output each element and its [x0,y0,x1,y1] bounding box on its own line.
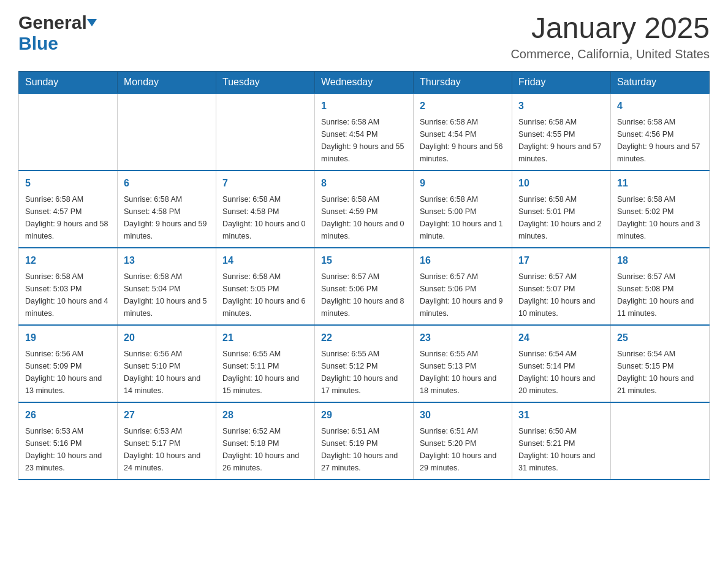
day-info: Sunrise: 6:55 AM Sunset: 5:12 PM Dayligh… [321,348,407,397]
calendar-cell: 12Sunrise: 6:58 AM Sunset: 5:03 PM Dayli… [19,248,118,325]
calendar-header-friday: Friday [512,71,611,93]
calendar-cell: 2Sunrise: 6:58 AM Sunset: 4:54 PM Daylig… [414,93,512,170]
calendar-cell: 4Sunrise: 6:58 AM Sunset: 4:56 PM Daylig… [611,93,710,170]
day-number: 19 [25,331,111,345]
calendar-cell: 20Sunrise: 6:56 AM Sunset: 5:10 PM Dayli… [118,325,216,402]
day-number: 20 [124,331,210,345]
calendar-cell: 25Sunrise: 6:54 AM Sunset: 5:15 PM Dayli… [611,325,710,402]
day-info: Sunrise: 6:52 AM Sunset: 5:18 PM Dayligh… [222,425,308,474]
calendar-cell: 13Sunrise: 6:58 AM Sunset: 5:04 PM Dayli… [118,248,216,325]
title-section: January 2025 Commerce, California, Unite… [510,12,710,61]
day-number: 6 [124,176,210,191]
calendar-cell: 31Sunrise: 6:50 AM Sunset: 5:21 PM Dayli… [512,402,611,480]
day-number: 5 [25,176,111,191]
day-number: 13 [124,253,210,268]
day-number: 8 [321,176,407,191]
calendar-cell: 9Sunrise: 6:58 AM Sunset: 5:00 PM Daylig… [414,170,512,248]
calendar-week-row: 1Sunrise: 6:58 AM Sunset: 4:54 PM Daylig… [19,93,710,170]
day-info: Sunrise: 6:57 AM Sunset: 5:06 PM Dayligh… [420,270,506,320]
calendar-cell: 11Sunrise: 6:58 AM Sunset: 5:02 PM Dayli… [611,170,710,248]
day-info: Sunrise: 6:58 AM Sunset: 4:54 PM Dayligh… [420,116,506,165]
day-number: 10 [518,176,604,191]
day-number: 16 [420,253,506,268]
day-info: Sunrise: 6:51 AM Sunset: 5:19 PM Dayligh… [321,425,407,474]
day-number: 14 [222,253,308,268]
day-number: 21 [222,331,308,345]
calendar-cell: 30Sunrise: 6:51 AM Sunset: 5:20 PM Dayli… [414,402,512,480]
calendar-cell [118,93,216,170]
calendar-cell: 19Sunrise: 6:56 AM Sunset: 5:09 PM Dayli… [19,325,118,402]
day-info: Sunrise: 6:55 AM Sunset: 5:13 PM Dayligh… [420,348,506,397]
day-info: Sunrise: 6:58 AM Sunset: 5:03 PM Dayligh… [25,270,111,320]
day-number: 29 [321,408,407,423]
calendar-cell: 8Sunrise: 6:58 AM Sunset: 4:59 PM Daylig… [315,170,414,248]
day-info: Sunrise: 6:58 AM Sunset: 5:02 PM Dayligh… [617,193,703,242]
day-info: Sunrise: 6:53 AM Sunset: 5:17 PM Dayligh… [124,425,210,474]
day-number: 15 [321,253,407,268]
calendar-cell: 18Sunrise: 6:57 AM Sunset: 5:08 PM Dayli… [611,248,710,325]
day-number: 25 [617,331,703,345]
calendar-cell [19,93,118,170]
calendar-header-thursday: Thursday [414,71,512,93]
calendar-cell: 27Sunrise: 6:53 AM Sunset: 5:17 PM Dayli… [118,402,216,480]
calendar-cell: 29Sunrise: 6:51 AM Sunset: 5:19 PM Dayli… [315,402,414,480]
day-number: 24 [518,331,604,345]
day-number: 31 [518,408,604,423]
calendar-cell: 10Sunrise: 6:58 AM Sunset: 5:01 PM Dayli… [512,170,611,248]
calendar-week-row: 19Sunrise: 6:56 AM Sunset: 5:09 PM Dayli… [19,325,710,402]
logo-general-text: General [18,12,87,33]
month-title: January 2025 [510,12,710,45]
day-info: Sunrise: 6:58 AM Sunset: 4:56 PM Dayligh… [617,116,703,165]
day-info: Sunrise: 6:50 AM Sunset: 5:21 PM Dayligh… [518,425,604,474]
calendar-cell: 21Sunrise: 6:55 AM Sunset: 5:11 PM Dayli… [216,325,315,402]
day-number: 22 [321,331,407,345]
calendar-cell: 23Sunrise: 6:55 AM Sunset: 5:13 PM Dayli… [414,325,512,402]
day-info: Sunrise: 6:54 AM Sunset: 5:15 PM Dayligh… [617,348,703,397]
day-info: Sunrise: 6:51 AM Sunset: 5:20 PM Dayligh… [420,425,506,474]
calendar-week-row: 5Sunrise: 6:58 AM Sunset: 4:57 PM Daylig… [19,170,710,248]
calendar-cell: 15Sunrise: 6:57 AM Sunset: 5:06 PM Dayli… [315,248,414,325]
calendar-header-wednesday: Wednesday [315,71,414,93]
day-number: 4 [617,99,703,113]
day-info: Sunrise: 6:58 AM Sunset: 5:05 PM Dayligh… [222,270,308,320]
calendar-cell: 24Sunrise: 6:54 AM Sunset: 5:14 PM Dayli… [512,325,611,402]
calendar-cell: 3Sunrise: 6:58 AM Sunset: 4:55 PM Daylig… [512,93,611,170]
day-number: 1 [321,99,407,113]
day-info: Sunrise: 6:56 AM Sunset: 5:09 PM Dayligh… [25,348,111,397]
day-number: 18 [617,253,703,268]
calendar-header-row: SundayMondayTuesdayWednesdayThursdayFrid… [19,71,710,93]
day-number: 12 [25,253,111,268]
day-info: Sunrise: 6:57 AM Sunset: 5:07 PM Dayligh… [518,270,604,320]
day-info: Sunrise: 6:58 AM Sunset: 5:00 PM Dayligh… [420,193,506,242]
day-info: Sunrise: 6:58 AM Sunset: 4:54 PM Dayligh… [321,116,407,165]
day-number: 11 [617,176,703,191]
day-number: 17 [518,253,604,268]
day-info: Sunrise: 6:53 AM Sunset: 5:16 PM Dayligh… [25,425,111,474]
calendar-week-row: 12Sunrise: 6:58 AM Sunset: 5:03 PM Dayli… [19,248,710,325]
calendar-cell: 5Sunrise: 6:58 AM Sunset: 4:57 PM Daylig… [19,170,118,248]
calendar-header-monday: Monday [118,71,216,93]
calendar-cell [611,402,710,480]
day-number: 28 [222,408,308,423]
day-number: 2 [420,99,506,113]
day-number: 30 [420,408,506,423]
calendar-header-tuesday: Tuesday [216,71,315,93]
calendar-week-row: 26Sunrise: 6:53 AM Sunset: 5:16 PM Dayli… [19,402,710,480]
page-header: General Blue January 2025 Commerce, Cali… [18,12,710,61]
day-number: 3 [518,99,604,113]
calendar-cell: 26Sunrise: 6:53 AM Sunset: 5:16 PM Dayli… [19,402,118,480]
calendar-cell: 7Sunrise: 6:58 AM Sunset: 4:58 PM Daylig… [216,170,315,248]
logo-arrow-icon [87,19,97,26]
day-info: Sunrise: 6:58 AM Sunset: 4:55 PM Dayligh… [518,116,604,165]
calendar-cell: 22Sunrise: 6:55 AM Sunset: 5:12 PM Dayli… [315,325,414,402]
day-number: 23 [420,331,506,345]
calendar-cell: 6Sunrise: 6:58 AM Sunset: 4:58 PM Daylig… [118,170,216,248]
calendar-cell: 16Sunrise: 6:57 AM Sunset: 5:06 PM Dayli… [414,248,512,325]
day-info: Sunrise: 6:57 AM Sunset: 5:06 PM Dayligh… [321,270,407,320]
calendar-header-saturday: Saturday [611,71,710,93]
calendar-cell: 17Sunrise: 6:57 AM Sunset: 5:07 PM Dayli… [512,248,611,325]
day-info: Sunrise: 6:54 AM Sunset: 5:14 PM Dayligh… [518,348,604,397]
location-subtitle: Commerce, California, United States [510,47,710,61]
day-info: Sunrise: 6:58 AM Sunset: 4:57 PM Dayligh… [25,193,111,242]
day-info: Sunrise: 6:58 AM Sunset: 4:59 PM Dayligh… [321,193,407,242]
